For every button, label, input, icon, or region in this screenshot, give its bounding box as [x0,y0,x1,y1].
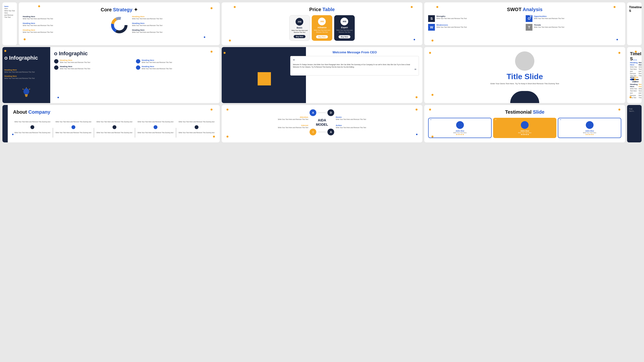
infographic-item-2: Heading Here Write Your Text Here and Re… [136,59,216,63]
lightbulb-icon [4,87,48,100]
about-text-10: Write Your Text Here and Remove This Dum… [178,131,214,134]
svg-point-4 [114,20,124,30]
about-text-5: Write Your Text Here and Remove This Dum… [96,121,132,123]
aida-center-label: AIDAMODEL [316,118,328,127]
svg-point-5 [24,88,29,95]
partial-right-row1: Timeline S [627,2,642,45]
swot-threats: T Threats Write Your Text Here and Remov… [526,24,621,31]
dot-decoration [630,96,632,98]
dot-decoration [4,50,6,52]
timeline-slide: Timeline S… Heading Here Write Your Text… [627,47,642,103]
svg-rect-7 [25,95,28,96]
quote-icon-2: " [495,119,496,123]
title-slide-sub: Enter Your Demo Text Here. Try To Keep I… [428,82,621,85]
infographic-main-panel: o Infographic Heading Here Write Your Te… [50,47,220,103]
testimonial-title: Testimonial Slide [428,109,621,115]
aida-right-col: Desire Write Your Text Here and Remove T… [336,116,418,129]
price-desc-advance: Write Your Text Here and Remove This Tex… [314,29,330,34]
buy-now-advance[interactable]: Buy Now [316,35,328,38]
infographic-items: Heading Here Write Your Text Here and Re… [4,69,48,79]
ceo-quote-box: " Welcome To Todays Session. And Write Y… [290,56,419,76]
aida-attention: Attention Write Your Text Here and Remov… [278,116,308,120]
swot-o-label: Opportunities [534,15,564,17]
core-right-heading-2: Heading Here [132,22,216,24]
infographic-item-1: Heading Here Write Your Text Here and Re… [54,59,134,63]
partial-left-row1: here HereWrite Your Text Hereand Remove … [2,2,17,45]
price-card-basic: 25$ Basic Write Your Text Here and Remov… [289,15,310,41]
dot-decoration [432,39,434,41]
swot-t-icon: T [526,24,532,31]
svg-line-10 [23,89,24,89]
about-text-4: Write Your Text Here and Remove This Dum… [56,131,91,134]
about-text-9: Write Your Text Here and Remove This Dum… [178,121,214,123]
swot-s-label: Strengths [436,15,467,17]
test-name-3: John Doe [585,130,594,132]
timeline-bottom-headings: Heading Here Write Your Text Here and Re… [630,83,639,98]
about-text-8: Write Your Text Here and Remove This Dum… [138,131,174,134]
aida-d-circle: D [328,109,334,116]
infographic-item-4: Heading Here Write Your Text Here and Re… [136,65,216,70]
buy-now-expert[interactable]: Buy Now [338,35,350,38]
svg-rect-6 [25,94,28,95]
timeline-dot-2018 [634,78,636,80]
dot-decoration [635,51,637,53]
aida-interest: Interest Write Your Text Here and Remove… [278,124,308,129]
aida-left-col: Attention Write Your Text Here and Remov… [226,116,308,129]
aida-action-circle: A [328,129,334,135]
timeline-year-2018: 2018 [634,76,638,78]
aida-a-circle: A [310,109,316,116]
about-content: About Company Write Your Text Here and R… [6,109,216,138]
core-heading-3: Heading Here [23,29,106,31]
dot-decoration [24,38,26,40]
stars-1: ★★★★★ [456,133,464,136]
timeline-title: Timeline S… [630,51,639,61]
dot-decoration [12,134,14,135]
dot-decoration [210,7,212,9]
price-label-advance: Advance [318,26,327,29]
about-left-dark [2,105,8,142]
dot-decoration [234,6,236,8]
title-slide-circle-top [515,51,534,71]
dot-decoration [618,52,620,54]
infographic-title-partial: o Infographic [4,55,48,61]
timeline-dot-2017 [632,78,634,80]
price-desc-expert: Write Your Text Here and Remove This Tex… [336,29,353,34]
timeline-year-2016: 2016 [630,76,634,78]
about-text-1: Write Your Text Here and Remove This Dum… [14,121,50,123]
swot-w-label: Weaknesses [436,24,467,26]
dot-decoration [204,36,205,38]
quote-icon-3: " [560,119,561,123]
dot-decoration [429,52,431,54]
avatar-2 [521,121,528,129]
price-badge-basic: 25$ [296,18,303,25]
dot-decoration [416,96,418,98]
dot-decoration [224,52,226,54]
aida-slide: Attention Write Your Text Here and Remov… [222,105,422,142]
title-slide: Title Slide Enter Your Demo Text Here. T… [424,47,625,103]
testimonial-card-2: " John Doe Write Your Text Here ★★★★★ [493,118,556,138]
dot-decoration [229,39,231,41]
swot-weaknesses: W Weaknesses Write Your Text Here and Re… [428,24,524,31]
price-badge-advance: 35$ [318,18,326,25]
quote-open-icon: " [293,59,416,63]
price-cards-container: 25$ Basic Write Your Text Here and Remov… [226,15,419,41]
dot-decoration [213,136,215,138]
quote-icon-1: " [430,119,432,123]
infographic-main-title: o Infographic [54,50,216,57]
price-label-basic: Basic [296,26,302,29]
test-name-1: John Doe [456,130,464,132]
ceo-slide: Welcome Message From CEO " Welcome To To… [222,47,422,103]
price-card-advance: 35$ Advance Write Your Text Here and Rem… [312,15,332,41]
core-heading-1: Heading Here [23,15,106,18]
about-text-row: Write Your Text Here and Remove This Dum… [13,121,216,138]
avatar-3 [586,121,594,129]
timeline-bar: 2016 2018 2017 2019 [630,79,639,80]
svg-rect-8 [25,96,27,97]
swot-slide: SWOT Analysis S Strengths Write Your Tex… [424,2,625,45]
core-right-heading-3: Heading Here [132,29,216,31]
quote-close-icon: " [293,68,416,73]
dot-decoration [226,136,228,138]
buy-now-basic[interactable]: Buy Now [294,35,306,38]
donut-chart [110,15,129,35]
dot-decoration [210,109,212,110]
